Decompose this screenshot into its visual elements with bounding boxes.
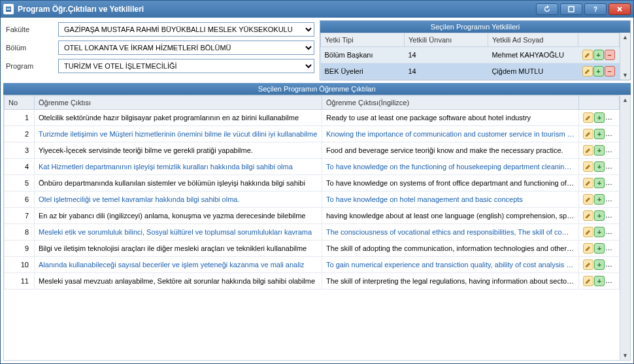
auth-col-actions	[578, 33, 620, 47]
add-button[interactable]: +	[594, 161, 605, 172]
scroll-down-icon[interactable]: ▼	[622, 352, 628, 359]
outcome-cell-en: having knowledge about at least one lang…	[322, 208, 579, 224]
outcome-row[interactable]: 8Mesleki etik ve sorumluluk bilinci, Sos…	[5, 224, 620, 240]
add-button[interactable]: +	[594, 194, 605, 205]
outcome-cell-no: 11	[5, 273, 35, 290]
outcome-row[interactable]: 3Yiyecek-İçecek servisinde teoriği bilme…	[5, 142, 620, 159]
fakulte-label: Fakülte	[3, 20, 56, 39]
add-button[interactable]: +	[594, 259, 605, 270]
help-button[interactable]: ?	[584, 3, 607, 15]
outcomes-col-no[interactable]: No	[5, 96, 35, 110]
add-button[interactable]: +	[593, 50, 604, 60]
add-button[interactable]: +	[594, 129, 605, 139]
close-button[interactable]	[609, 3, 631, 15]
outcome-cell-tr: Bilgi ve iletişim teknolojisi araçları i…	[35, 240, 322, 257]
outcome-cell-no: 10	[5, 257, 35, 273]
scroll-down-icon[interactable]: ▼	[622, 72, 628, 78]
edit-button[interactable]	[583, 243, 593, 254]
edit-button[interactable]	[583, 194, 593, 205]
edit-button[interactable]	[583, 210, 593, 221]
outcome-row[interactable]: 6Otel işletmeciliği ve temel kavramlar h…	[5, 191, 620, 208]
outcome-row[interactable]: 4Kat Hizmetleri departmanının işleyişi t…	[5, 159, 620, 175]
auth-col-tipi[interactable]: Yetki Tipi	[321, 33, 405, 47]
auth-row[interactable]: Bölüm Başkanı14Mehmet KAHYAOĞLU+–	[321, 47, 620, 63]
outcome-row[interactable]: 5Önbüro departmanında kullanılan sisteml…	[5, 175, 620, 191]
outcomes-col-actions	[579, 96, 620, 110]
auth-cell-unvan: 14	[404, 47, 488, 63]
outcome-cell-tr: Mesleki yasal mevzuatı anlayabilme, Sekt…	[35, 273, 322, 290]
outcome-cell-en: To have knowledge on systems of front of…	[322, 175, 579, 191]
delete-button[interactable]: –	[605, 66, 615, 76]
auth-col-unvan[interactable]: Yetkili Ünvanı	[404, 33, 488, 47]
auth-row[interactable]: BEK Üyeleri14Çiğdem MUTLU+–	[321, 63, 620, 80]
edit-button[interactable]	[582, 66, 593, 76]
outcomes-scrollbar[interactable]: ▲ ▼	[620, 95, 630, 360]
auth-table: Yetki Tipi Yetkili Ünvanı Yetkili Ad Soy…	[320, 33, 620, 80]
auth-cell-adsoyad: Mehmet KAHYAOĞLU	[488, 47, 578, 63]
bolum-select[interactable]: OTEL LOKANTA VE İKRAM HİZMETLERİ BÖLÜMÜ	[58, 41, 314, 55]
auth-col-adsoyad[interactable]: Yetkili Ad Soyad	[488, 33, 578, 47]
outcome-cell-en: Knowing the importance of communication …	[322, 126, 579, 142]
edit-button[interactable]	[582, 50, 593, 60]
refresh-button[interactable]	[536, 3, 558, 15]
outcome-row[interactable]: 7En az bir yabancı dili (ingilizceyi) an…	[5, 208, 620, 224]
outcome-cell-tr: Alanında kullanabileceği sayısal beceril…	[35, 257, 322, 273]
edit-button[interactable]	[583, 259, 593, 270]
program-label: Program	[3, 57, 56, 75]
add-button[interactable]: +	[594, 145, 605, 156]
upper-pane: Fakülte GAZİPAŞA MUSTAFA RAHMİ BÜYÜKBALL…	[1, 18, 633, 83]
outcome-cell-en: To have knowledge on the functioning of …	[322, 159, 579, 175]
auth-cell-unvan: 14	[404, 63, 488, 80]
outcome-row[interactable]: 1Otelcilik sektöründe hazır bilgisayar p…	[5, 110, 620, 126]
outcome-cell-tr: En az bir yabancı dili (ingilizceyi) anl…	[35, 208, 322, 224]
auth-cell-tipi: BEK Üyeleri	[321, 63, 405, 80]
outcome-row[interactable]: 9Bilgi ve iletişim teknolojisi araçları …	[5, 240, 620, 257]
edit-button[interactable]	[583, 227, 593, 237]
outcome-cell-tr: Otelcilik sektöründe hazır bilgisayar pa…	[35, 110, 322, 126]
outcomes-table: No Öğrenme Çıktısı Öğrenme Çıktısı(İngil…	[3, 95, 631, 361]
outcome-cell-no: 3	[5, 142, 35, 159]
add-button[interactable]: +	[594, 243, 605, 254]
outcome-cell-tr: Kat Hizmetleri departmanının işleyişi te…	[35, 159, 322, 175]
auth-panel-title: Seçilen Programın Yetkilileri	[320, 21, 630, 33]
edit-button[interactable]	[583, 145, 593, 156]
add-button[interactable]: +	[593, 66, 604, 76]
svg-text:?: ?	[593, 6, 597, 13]
add-button[interactable]: +	[594, 276, 605, 286]
auth-scrollbar[interactable]: ▲ ▼	[620, 33, 630, 80]
outcome-cell-en: The skill of adopting the communication,…	[322, 240, 579, 257]
titlebar: Program Öğr.Çıktıları ve Yetkilileri ?	[1, 1, 633, 18]
outcome-row[interactable]: 10Alanında kullanabileceği sayısal becer…	[5, 257, 620, 273]
maximize-button[interactable]	[560, 3, 582, 15]
edit-button[interactable]	[583, 178, 593, 188]
svg-rect-1	[7, 8, 10, 8]
outcomes-col-c2[interactable]: Öğrenme Çıktısı(İngilizce)	[322, 96, 579, 110]
scroll-up-icon[interactable]: ▲	[622, 97, 628, 103]
outcome-cell-no: 1	[5, 110, 35, 126]
outcome-row[interactable]: 2Turizmde iletişimin ve Müşteri hizmetle…	[5, 126, 620, 142]
outcome-cell-tr: Önbüro departmanında kullanılan sistemle…	[35, 175, 322, 191]
scroll-up-icon[interactable]: ▲	[622, 34, 628, 41]
edit-button[interactable]	[583, 112, 593, 123]
add-button[interactable]: +	[594, 178, 605, 188]
edit-button[interactable]	[583, 129, 593, 139]
auth-cell-tipi: Bölüm Başkanı	[321, 47, 405, 63]
program-select[interactable]: TURİZM VE OTEL İŞLETMECİLİĞİ	[58, 59, 314, 73]
filter-panel: Fakülte GAZİPAŞA MUSTAFA RAHMİ BÜYÜKBALL…	[3, 20, 317, 80]
add-button[interactable]: +	[594, 112, 605, 123]
outcome-cell-no: 8	[5, 224, 35, 240]
svg-rect-2	[7, 9, 10, 10]
add-button[interactable]: +	[594, 227, 605, 237]
add-button[interactable]: +	[594, 210, 605, 221]
delete-button[interactable]: –	[605, 50, 615, 60]
outcomes-col-c1[interactable]: Öğrenme Çıktısı	[35, 96, 322, 110]
fakulte-select[interactable]: GAZİPAŞA MUSTAFA RAHMİ BÜYÜKBALLI MESLEK…	[58, 22, 314, 37]
edit-button[interactable]	[583, 276, 593, 286]
outcome-row[interactable]: 11Mesleki yasal mevzuatı anlayabilme, Se…	[5, 273, 620, 290]
outcome-cell-no: 4	[5, 159, 35, 175]
outcome-cell-en: The consciousness of vocational ethics a…	[322, 224, 579, 240]
edit-button[interactable]	[583, 161, 593, 172]
auth-panel: Seçilen Programın Yetkilileri Yetki Tipi…	[320, 20, 631, 80]
bolum-label: Bölüm	[3, 39, 56, 57]
outcome-cell-en: Food and beverage service teoriği know a…	[322, 142, 579, 159]
